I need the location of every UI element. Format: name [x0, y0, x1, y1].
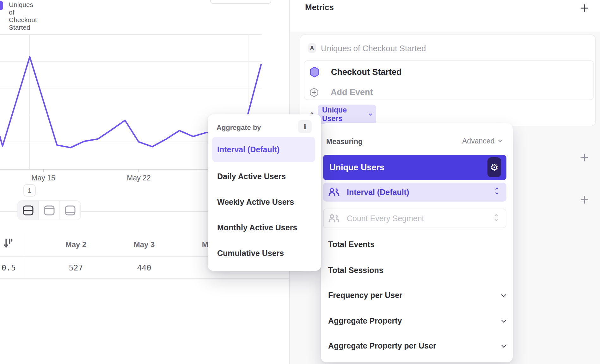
interval-row[interactable]: Interval (Default)	[323, 183, 506, 202]
info-button[interactable]: i	[298, 120, 312, 133]
chevron-down-icon	[369, 112, 372, 115]
segment-row[interactable]: Count Every Segment	[323, 209, 506, 228]
people-icon	[328, 188, 340, 196]
table-column-header[interactable]: May 3	[110, 240, 178, 249]
metric-title-input[interactable]: Uniques of Checkout Started	[321, 44, 426, 53]
add-event-row[interactable]: Add Event	[304, 85, 593, 99]
event-hexagon-icon	[309, 66, 320, 78]
add-event-hexagon-icon	[309, 88, 319, 97]
chevron-down-icon	[501, 343, 506, 348]
metric-letter: A	[310, 45, 314, 51]
chart-only-icon	[44, 205, 55, 215]
metrics-header: Metrics	[305, 3, 334, 12]
metric-card: A Uniques of Checkout Started Checkout S…	[300, 34, 596, 126]
pagination-page-button[interactable]: 1	[23, 184, 36, 197]
event-label: Checkout Started	[331, 67, 402, 77]
stepper-icon[interactable]	[495, 215, 497, 221]
chevron-down-icon	[501, 292, 506, 297]
interval-row-label: Interval (Default)	[347, 188, 409, 197]
measuring-option[interactable]: Total Events	[328, 240, 375, 249]
insights-screen: Uniques of Checkout Started May 15 May 2…	[0, 0, 600, 364]
table-only-icon	[65, 205, 76, 215]
date-range-button-partial[interactable]	[210, 0, 271, 4]
selected-measurement-button[interactable]: Unique Users ⚙	[323, 155, 506, 180]
split-view-icon	[23, 205, 34, 215]
advanced-label: Advanced	[462, 137, 494, 145]
aggregate-option[interactable]: Monthly Active Users	[217, 223, 297, 232]
chevron-down-icon	[499, 138, 502, 142]
add-event-label: Add Event	[331, 88, 373, 97]
add-section-plus-icon[interactable]	[580, 154, 588, 161]
toggle-table-only-button[interactable]	[60, 201, 80, 220]
aggregate-option-selected[interactable]: Interval (Default)	[212, 137, 315, 162]
pagination-label: 1	[28, 187, 32, 194]
aggregate-option-label: Interval (Default)	[217, 145, 279, 154]
toggle-split-view-button[interactable]	[18, 201, 38, 220]
people-icon	[328, 214, 340, 222]
measurement-settings-button[interactable]: ⚙	[487, 157, 501, 177]
aggregate-by-title: Aggregate by	[217, 124, 261, 132]
measurement-chip[interactable]: Unique Users	[318, 105, 376, 124]
sort-rows-icon[interactable]	[3, 237, 13, 249]
gear-icon: ⚙	[490, 162, 499, 173]
measuring-title: Measuring	[326, 137, 363, 146]
aggregate-option[interactable]: Daily Active Users	[217, 172, 286, 181]
toggle-chart-only-button[interactable]	[39, 201, 59, 220]
advanced-dropdown[interactable]: Advanced	[462, 136, 501, 145]
event-card: Checkout Started Add Event	[304, 60, 594, 100]
table-first-col-divider	[24, 230, 24, 279]
metric-letter-badge: A	[308, 43, 316, 53]
add-section-plus-icon[interactable]	[580, 196, 588, 204]
add-metric-plus-icon[interactable]	[580, 4, 588, 12]
table-row-header-partial: 0.5	[0, 263, 16, 272]
selected-measurement-label: Unique Users	[329, 163, 384, 173]
segment-row-label: Count Every Segment	[347, 214, 424, 223]
view-toggle-group	[17, 200, 81, 220]
event-row[interactable]: Checkout Started	[304, 64, 593, 80]
x-axis-label: May 15	[18, 174, 69, 182]
aggregate-option[interactable]: Cumulative Users	[217, 249, 284, 258]
stepper-icon[interactable]	[496, 188, 498, 194]
measuring-option[interactable]: Total Sessions	[328, 266, 383, 275]
table-column-header[interactable]: May 2	[42, 240, 110, 249]
measuring-option[interactable]: Frequency per User	[328, 291, 402, 300]
aggregate-option[interactable]: Weekly Active Users	[217, 197, 294, 207]
chevron-down-icon	[501, 318, 506, 323]
table-cell: 527	[42, 263, 110, 272]
table-cell: 440	[110, 263, 178, 272]
table-row-border	[0, 278, 290, 279]
info-icon: i	[303, 122, 306, 131]
aggregate-by-popup: Aggregate by i Interval (Default) Daily …	[208, 114, 321, 271]
x-axis-label: May 22	[113, 174, 164, 182]
measuring-option[interactable]: Aggregate Property per User	[328, 341, 436, 350]
measuring-option[interactable]: Aggregate Property	[328, 316, 402, 325]
measuring-panel: Measuring Advanced Unique Users ⚙ Interv…	[321, 123, 513, 362]
measurement-chip-label: Unique Users	[322, 106, 365, 123]
